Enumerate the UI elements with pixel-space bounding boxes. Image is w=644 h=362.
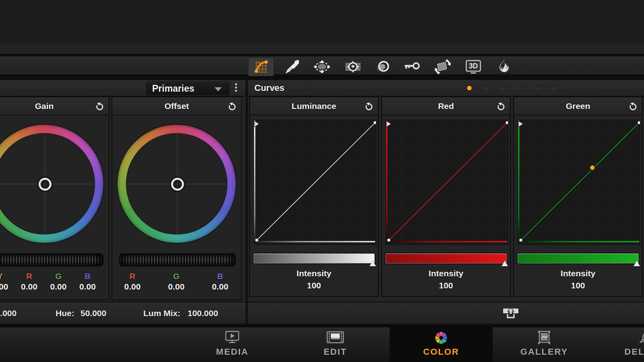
key-icon <box>402 59 421 75</box>
eyedropper-icon <box>284 59 300 75</box>
green-curve-canvas[interactable] <box>517 118 640 245</box>
hue-label: Hue: <box>56 302 74 324</box>
tab-media[interactable]: MEDIA <box>181 327 284 362</box>
openfx-tool-button[interactable] <box>494 57 514 76</box>
offset-channel-labels: R G B <box>112 272 241 281</box>
gain-label-y: Y <box>0 272 3 281</box>
lum-mix-value[interactable]: 100.000 <box>188 302 218 324</box>
offset-value-r[interactable]: 0.00 <box>124 282 141 292</box>
red-curve-canvas[interactable] <box>385 118 508 245</box>
tab-gallery-label: GALLERY <box>520 347 568 357</box>
curves-footer <box>248 302 644 324</box>
gain-wheel-puck[interactable] <box>39 178 52 191</box>
luminance-reset-button[interactable] <box>364 101 374 112</box>
offset-value-g[interactable]: 0.00 <box>168 282 185 292</box>
red-title: Red <box>382 97 510 115</box>
tracker-tool-button[interactable] <box>343 57 363 76</box>
primaries-footer: 50.000 Hue: 50.000 Lum Mix: 100.000 <box>0 302 246 324</box>
gain-wheel-panel: Gain Y R G B <box>0 97 109 300</box>
key-tool-button[interactable] <box>402 57 421 76</box>
luminance-curve <box>254 119 376 245</box>
palette-area: Primaries Gain <box>0 80 644 324</box>
curves-tool-button[interactable] <box>248 57 274 76</box>
green-title: Green <box>514 97 642 115</box>
qualifier-tool-button[interactable] <box>282 57 301 76</box>
green-intensity-slider[interactable] <box>518 253 639 263</box>
gain-label-r: R <box>26 272 32 281</box>
gain-channel-labels: Y R G B <box>0 272 109 281</box>
gain-master-wheel[interactable] <box>0 253 103 267</box>
blur-icon <box>375 59 392 75</box>
curves-page-dot-3[interactable] <box>501 86 506 90</box>
curves-palette-title: Curves <box>254 80 285 96</box>
reset-icon <box>628 101 638 112</box>
offset-master-wheel[interactable] <box>119 253 236 267</box>
offset-wheel-puck[interactable] <box>171 178 184 191</box>
primaries-header: Primaries <box>0 80 246 97</box>
offset-channel-values: 0.00 0.00 0.00 <box>112 282 241 293</box>
luminance-header: Luminance <box>250 97 378 115</box>
luminance-curve-canvas[interactable] <box>253 118 376 245</box>
luminance-title: Luminance <box>250 97 378 115</box>
green-reset-button[interactable] <box>628 101 638 112</box>
media-page-icon <box>223 330 242 347</box>
blur-tool-button[interactable] <box>374 57 393 76</box>
curves-page-dot-6[interactable] <box>551 86 555 90</box>
luminance-intensity-label: Intensity <box>250 269 378 278</box>
primaries-options-menu[interactable] <box>235 83 237 94</box>
slider-handle[interactable] <box>634 261 640 266</box>
red-curve <box>386 119 508 245</box>
offset-label-b: B <box>217 272 223 281</box>
green-curve-control-point[interactable] <box>590 165 595 171</box>
green-intensity-value[interactable]: 100 <box>514 281 642 290</box>
tab-edit-label: EDIT <box>324 347 347 357</box>
tab-color-label: COLOR <box>423 347 459 357</box>
palette-toolbar: 3D <box>0 56 644 77</box>
slider-handle[interactable] <box>369 261 376 266</box>
curves-page-dot-1[interactable] <box>467 86 472 90</box>
sat-value-partial[interactable]: 50.000 <box>0 302 17 324</box>
gain-value-b[interactable]: 0.00 <box>79 282 96 292</box>
offset-header: Offset <box>112 97 241 115</box>
curves-page-dot-2[interactable] <box>484 86 489 90</box>
red-intensity-slider[interactable] <box>386 253 507 263</box>
offset-reset-button[interactable] <box>227 101 237 112</box>
tab-color[interactable]: COLOR <box>390 327 493 362</box>
tab-media-label: MEDIA <box>216 347 249 357</box>
primaries-mode-dropdown[interactable]: Primaries <box>146 82 229 95</box>
gain-value-r[interactable]: 0.00 <box>21 282 37 292</box>
offset-value-b[interactable]: 0.00 <box>212 282 229 292</box>
gain-value-g[interactable]: 0.00 <box>50 282 67 292</box>
transport-strip <box>0 44 644 55</box>
viewer-area <box>0 0 644 43</box>
luminance-intensity-value[interactable]: 100 <box>250 281 378 290</box>
flame-icon <box>495 58 512 75</box>
red-intensity-value[interactable]: 100 <box>382 281 510 290</box>
tab-edit[interactable]: EDIT <box>284 327 387 362</box>
gain-value-y[interactable]: 0.00 <box>0 282 8 292</box>
sizing-tool-button[interactable] <box>433 57 452 76</box>
curves-page-dot-4[interactable] <box>517 86 522 90</box>
slider-handle[interactable] <box>502 261 508 266</box>
luminance-intensity-slider[interactable] <box>254 253 375 263</box>
stereoscopic-3d-tool-button[interactable]: 3D <box>464 57 483 76</box>
reset-icon <box>496 101 506 112</box>
reset-icon <box>227 101 237 112</box>
hue-value[interactable]: 50.000 <box>80 302 106 324</box>
page-tab-bar: MEDIA EDIT <box>0 327 644 362</box>
red-curve-panel: Red <box>381 97 511 297</box>
3d-icon-label: 3D <box>469 62 478 70</box>
power-window-icon <box>314 59 330 75</box>
green-intensity-label: Intensity <box>514 269 642 278</box>
tab-gallery[interactable]: GALLERY <box>493 327 596 362</box>
soft-clip-toggle-button[interactable] <box>502 305 520 321</box>
tab-deliver[interactable]: DELIVER <box>595 327 644 362</box>
gain-reset-button[interactable] <box>95 101 105 112</box>
red-reset-button[interactable] <box>496 101 506 112</box>
luminance-curve-panel: Luminance <box>249 97 379 297</box>
lum-mix-label: Lum Mix: <box>143 302 180 324</box>
power-window-tool-button[interactable] <box>312 57 332 76</box>
chevron-down-icon <box>215 87 222 91</box>
curves-page-dot-5[interactable] <box>535 86 539 90</box>
offset-label-r: R <box>130 272 135 281</box>
